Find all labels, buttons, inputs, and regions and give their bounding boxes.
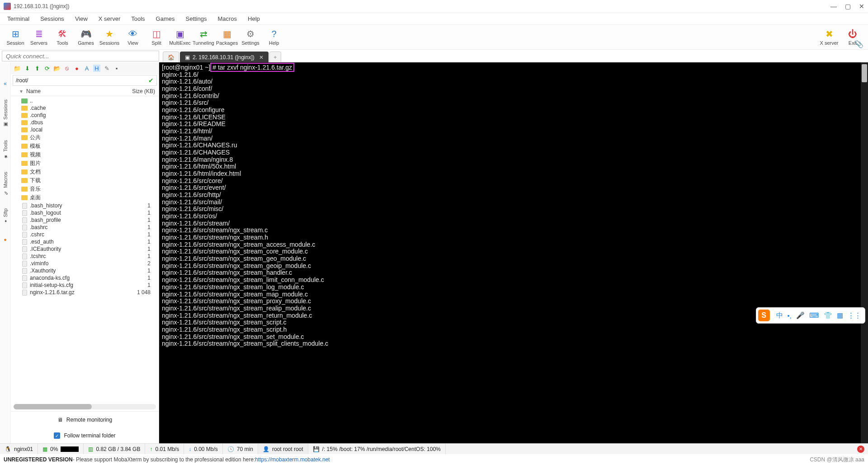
menu-x-server[interactable]: X server <box>94 14 125 23</box>
new-folder-icon[interactable]: 📂 <box>53 65 61 72</box>
properties-icon[interactable]: ✎ <box>103 65 110 72</box>
toolbar-session-button[interactable]: ⊞Session <box>4 26 27 48</box>
remote-monitoring-button[interactable]: 🖥 Remote monitoring <box>11 412 159 428</box>
menu-macros[interactable]: Macros <box>213 14 241 23</box>
ime-skin-icon[interactable]: 👕 <box>824 311 832 319</box>
stop-icon[interactable]: ● <box>73 65 80 72</box>
collapse-rail-icon[interactable]: « <box>4 80 7 87</box>
file-row[interactable]: 文档 <box>13 168 157 176</box>
download-icon[interactable]: ⬇ <box>24 65 31 72</box>
col-name[interactable]: Name <box>26 88 123 94</box>
ime-lang[interactable]: 中 <box>776 311 783 320</box>
toolbar-split-button[interactable]: ◫Split <box>145 26 168 48</box>
file-row[interactable]: .. <box>13 97 157 104</box>
toolbar-packages-button[interactable]: ▦Packages <box>215 26 239 48</box>
file-row[interactable]: .cshrc1 <box>13 231 157 238</box>
paperclip-icon[interactable]: 📎 <box>854 40 863 48</box>
quick-connect-input[interactable] <box>2 51 159 61</box>
menu-terminal[interactable]: Terminal <box>3 14 34 23</box>
file-row[interactable]: nginx-1.21.6.tar.gz1 048 <box>13 289 157 296</box>
file-list[interactable]: ...cache.config.dbus.local公共模板视频图片文档下载音乐… <box>11 96 159 402</box>
col-size[interactable]: Size (KB) <box>123 88 155 94</box>
status-down[interactable]: ↓0.00 Mb/s <box>184 444 223 454</box>
ime-punct-icon[interactable]: •, <box>788 312 792 319</box>
file-row[interactable]: .esd_auth1 <box>13 238 157 245</box>
file-row[interactable]: .viminfo2 <box>13 260 157 267</box>
rail-tools[interactable]: ★ Tools <box>2 140 8 160</box>
toolbar-servers-button[interactable]: ≣Servers <box>27 26 51 48</box>
tree-collapse-icon[interactable]: ▾ <box>20 88 26 94</box>
status-close-button[interactable]: ✕ <box>857 446 864 453</box>
tab-close-icon[interactable]: ✕ <box>259 54 264 61</box>
tab-home[interactable]: 🏠 <box>163 52 179 62</box>
file-row[interactable]: .tcshrc1 <box>13 253 157 260</box>
file-row[interactable]: .bash_logout1 <box>13 209 157 216</box>
maximize-button[interactable]: ▢ <box>845 3 851 10</box>
file-row[interactable]: .Xauthority1 <box>13 267 157 274</box>
menu-sessions[interactable]: Sessions <box>36 14 69 23</box>
status-ram[interactable]: ▥0.82 GB / 3.84 GB <box>84 444 145 454</box>
menu-help[interactable]: Help <box>243 14 264 23</box>
rail-macros[interactable]: ✎ Macros <box>2 172 8 196</box>
status-disks[interactable]: 💾/: 15% /boot: 17% /run/media/root/CentO… <box>308 444 446 454</box>
file-row[interactable]: initial-setup-ks.cfg1 <box>13 282 157 289</box>
rail-sftp[interactable]: ⬥ Sftp <box>3 208 8 224</box>
close-button[interactable]: ✕ <box>859 3 864 10</box>
toolbar-multiexec-button[interactable]: ▣MultiExec <box>168 26 192 48</box>
menu-settings[interactable]: Settings <box>181 14 212 23</box>
rail-sessions[interactable]: ▣ Sessions <box>2 99 8 127</box>
toolbar-games-button[interactable]: 🎮Games <box>74 26 98 48</box>
rail-dot-icon[interactable]: ● <box>4 237 7 242</box>
file-row[interactable]: .bash_history1 <box>13 202 157 209</box>
file-row[interactable]: 下载 <box>13 176 157 185</box>
toolbar-tunneling-button[interactable]: ⇄Tunneling <box>192 26 215 48</box>
sftp-path-input[interactable]: /root/ ✔ <box>13 75 157 86</box>
toolbar-x-server-button[interactable]: ✖X server <box>817 26 841 48</box>
terminal-output[interactable]: [root@nginx01 ~]# tar zxvf nginx-1.21.6.… <box>159 62 868 443</box>
file-row[interactable]: 公共 <box>13 133 157 142</box>
ime-toolbox-icon[interactable]: ▦ <box>837 311 843 319</box>
file-row[interactable]: 音乐 <box>13 185 157 193</box>
tab-active[interactable]: ▣ 2. 192.168.10.31 ([nginx]) ✕ <box>180 52 269 62</box>
toolbar-help-button[interactable]: ?Help <box>262 26 286 48</box>
file-row[interactable]: .cache <box>13 104 157 112</box>
file-row[interactable]: anaconda-ks.cfg1 <box>13 274 157 282</box>
file-row[interactable]: .bashrc1 <box>13 224 157 231</box>
file-row[interactable]: .local <box>13 126 157 133</box>
tab-new[interactable]: + <box>269 52 281 62</box>
toolbar-sessions-button[interactable]: ★Sessions <box>98 26 121 48</box>
terminal-scrollbar[interactable] <box>861 62 868 443</box>
delete-icon[interactable]: ⦸ <box>63 65 71 72</box>
ime-mic-icon[interactable]: 🎤 <box>796 311 805 319</box>
ime-menu-icon[interactable]: ⋮⋮ <box>848 311 861 319</box>
status-up[interactable]: ↑0.01 Mb/s <box>145 444 184 454</box>
file-row[interactable]: .dbus <box>13 119 157 126</box>
file-row[interactable]: .config <box>13 112 157 119</box>
status-cpu[interactable]: ▦0% <box>38 444 84 454</box>
upload-icon[interactable]: ⬆ <box>33 65 41 72</box>
folder-up-icon[interactable]: 📁 <box>14 65 21 72</box>
file-row[interactable]: .bash_profile1 <box>13 216 157 224</box>
refresh-icon[interactable]: ⟳ <box>43 65 51 72</box>
menu-games[interactable]: Games <box>151 14 179 23</box>
toolbar-settings-button[interactable]: ⚙Settings <box>239 26 262 48</box>
ime-toolbar[interactable]: S 中 •, 🎤 ⌨ 👕 ▦ ⋮⋮ <box>756 307 865 324</box>
ime-keyboard-icon[interactable]: ⌨ <box>809 311 819 319</box>
file-row[interactable]: 图片 <box>13 159 157 168</box>
terminal-icon[interactable]: ▪ <box>113 65 120 72</box>
status-user[interactable]: 👤root root root <box>258 444 308 454</box>
status-uptime[interactable]: 🕓70 min <box>223 444 258 454</box>
menu-tools[interactable]: Tools <box>127 14 149 23</box>
file-hscroll[interactable] <box>14 404 156 409</box>
edit-h-icon[interactable]: H <box>93 65 100 72</box>
toolbar-tools-button[interactable]: 🛠Tools <box>51 26 74 48</box>
file-row[interactable]: .ICEauthority1 <box>13 245 157 253</box>
file-row[interactable]: 视频 <box>13 150 157 159</box>
follow-terminal-toggle[interactable]: ✓ Follow terminal folder <box>11 428 159 443</box>
status-host[interactable]: 🐧nginx01 <box>0 444 38 454</box>
mobaxterm-link[interactable]: https://mobaxterm.mobatek.net <box>255 456 330 463</box>
menu-view[interactable]: View <box>71 14 92 23</box>
file-row[interactable]: 桌面 <box>13 193 157 202</box>
toolbar-view-button[interactable]: 👁View <box>121 26 145 48</box>
minimize-button[interactable]: — <box>830 3 837 10</box>
